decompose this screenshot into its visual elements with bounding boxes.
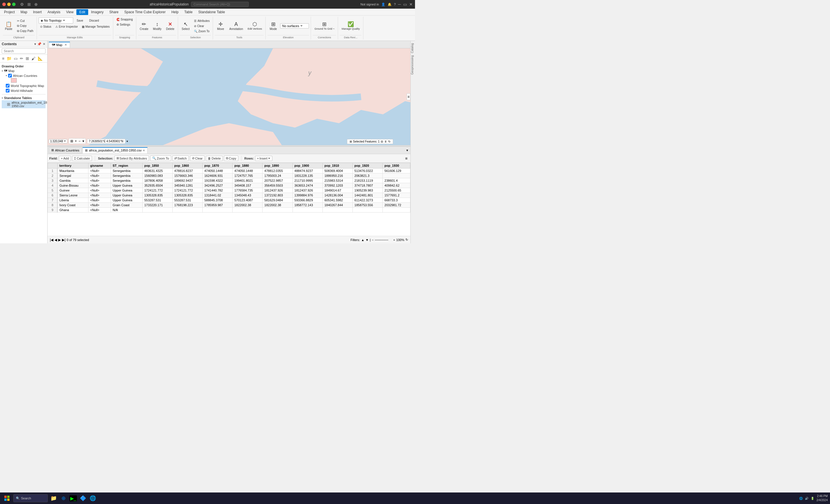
notification-icon[interactable]: 🔔 (388, 3, 392, 6)
table-row[interactable]: 6Sierra Leone<Null>Upper Guinea1305328.8… (48, 193, 410, 198)
table-row[interactable]: 5Guinee<Null>Upper Guinea1724121.7721724… (48, 188, 410, 193)
table-row[interactable]: 1Mauritania<Null>Senegambia483631.432547… (48, 168, 410, 173)
minimize-btn[interactable] (7, 3, 11, 6)
folder-btn[interactable]: 📁 (6, 56, 12, 61)
table-zoom-to-button[interactable]: 🔍 Zoom To (150, 156, 171, 161)
list-view-btn[interactable]: ≡ (1, 56, 5, 61)
zoom-decrease-btn[interactable]: − (372, 238, 374, 242)
close-btn[interactable] (2, 3, 6, 6)
first-row-btn[interactable]: |◀ (50, 238, 53, 242)
menu-table[interactable]: Table (181, 9, 195, 15)
insert-button[interactable]: + Insert (255, 156, 272, 161)
window-controls[interactable] (2, 3, 15, 6)
grid-btn[interactable]: ⊞ (25, 56, 30, 61)
sidebar-close-icon[interactable]: ✕ (43, 42, 45, 46)
catalog-panel-label[interactable]: Catalog (411, 43, 415, 53)
african-countries-checkbox[interactable] (8, 74, 12, 77)
col-header-pop1880[interactable]: pop_1880 (232, 163, 262, 168)
coord-dropdown-arrow[interactable]: ▾ (127, 140, 128, 143)
close-window-btn[interactable]: ✕ (409, 2, 413, 7)
world-topo-checkbox[interactable] (6, 84, 9, 88)
geoprocessing-label[interactable]: Geoprocessing (411, 55, 415, 75)
table-row[interactable]: 2Senegal<Null>Senegambia1560983.08315766… (48, 173, 410, 178)
delete-button[interactable]: ✕ Delete (164, 17, 176, 35)
table-clear-button[interactable]: ⊘ Clear (190, 156, 204, 161)
standalone-csv-item[interactable]: ⊞ africa_population_est_1850-1950.csv (2, 100, 45, 108)
topology-dropdown[interactable]: ◈ No Topology (39, 17, 73, 24)
menu-edit[interactable]: Edit (76, 9, 88, 15)
switch-button[interactable]: ⇄ Switch (172, 156, 189, 161)
nav-zoom-out[interactable]: − (78, 139, 81, 143)
menu-standalone-table[interactable]: Standalone Table (195, 9, 228, 15)
next-row-btn[interactable]: ▶ (58, 238, 61, 242)
col-header-pop1870[interactable]: pop_1870 (202, 163, 232, 168)
table-copy-button[interactable]: ⧉ Copy (224, 156, 238, 161)
sidebar-pin-icon[interactable]: 📌 (37, 42, 41, 46)
snapping-button[interactable]: 🧲 Snapping (115, 17, 134, 22)
filter-down-btn[interactable]: ▼ (365, 238, 369, 242)
col-header-gisname[interactable]: gisname (89, 163, 111, 168)
selected-refresh-icon[interactable]: ↻ (388, 140, 390, 143)
modify-button[interactable]: ↕ Modify (151, 17, 163, 35)
prev-row-btn[interactable]: ◀ (55, 238, 57, 242)
table-content[interactable]: territory gisname ST_region pop_1850 pop… (47, 163, 410, 236)
table-row[interactable]: 7Liberia<Null>Upper Guinea553287.5315532… (48, 198, 410, 203)
map-expand-right[interactable]: ≡ (407, 93, 410, 100)
annotation-button[interactable]: A Annotation (227, 17, 245, 35)
help-icon[interactable]: ? (394, 3, 396, 6)
polygon-tool-btn[interactable]: ▭ (13, 56, 19, 61)
map-tab[interactable]: 🗺 Map ✕ (49, 42, 70, 47)
menu-imagery[interactable]: Imagery (88, 9, 106, 15)
nav-zoom-in[interactable]: + (74, 139, 77, 143)
zoom-increase-btn[interactable]: + (393, 238, 395, 242)
tab-population-csv[interactable]: ⊞ africa_population_est_1850-1950.csv ✕ (83, 147, 148, 154)
selected-filter-icon[interactable]: ⊟ (381, 140, 383, 143)
manage-templates-button[interactable]: ▦ Manage Templates (81, 25, 111, 29)
maximize-btn[interactable] (12, 3, 15, 6)
nav-full-extent[interactable]: ⊞ (70, 139, 74, 143)
col-header-pop1860[interactable]: pop_1860 (172, 163, 202, 168)
mode-button[interactable]: ⊞ Mode (267, 21, 279, 32)
refresh-btn[interactable]: ↻ (406, 238, 408, 242)
table-row[interactable]: 8Ivory Coast<Null>Grain Coast1733220.171… (48, 203, 410, 208)
select-button[interactable]: ↖ Select (180, 17, 191, 35)
calculate-button[interactable]: Σ Calculate (72, 156, 92, 161)
layer-map[interactable]: ▾ 🗺 Map (2, 69, 45, 73)
col-header-pop1850[interactable]: pop_1850 (142, 163, 172, 168)
nav-more[interactable]: ▾ (82, 139, 85, 143)
zoom-slider[interactable]: ────── (375, 238, 392, 242)
measure-btn[interactable]: 📐 (37, 56, 43, 61)
ground-to-grid-button[interactable]: ⊞ Ground To Grid ~ (313, 17, 336, 35)
menu-share[interactable]: Share (106, 9, 121, 15)
menu-help[interactable]: Help (168, 9, 182, 15)
move-button[interactable]: ✛ Move (215, 17, 226, 35)
map-tab-close[interactable]: ✕ (65, 43, 67, 46)
select-by-attributes-button[interactable]: ⊞ Select By Attributes (115, 156, 149, 161)
tab-african-countries[interactable]: ⊞ African Countries (49, 147, 82, 153)
world-hillshade-checkbox[interactable] (6, 89, 9, 93)
paste-button[interactable]: 📋 Paste (3, 17, 14, 35)
standalone-tables-header[interactable]: ▾ Standalone Tables (2, 96, 45, 100)
discard-button[interactable]: Discard (87, 18, 102, 23)
selected-pause-icon[interactable]: ⏸ (384, 140, 387, 143)
surface-dropdown[interactable]: No surfaces (280, 23, 309, 29)
create-button[interactable]: ✏ Create (138, 17, 150, 35)
map-canvas[interactable]: y 1:320,048 ⊞ + − ▾ 7.2630501°E 4.543590… (47, 48, 410, 145)
menu-view[interactable]: View (63, 9, 76, 15)
table-row[interactable]: 3Gambia<Null>Senegambia187806.4058189692… (48, 178, 410, 183)
attributes-button[interactable]: ☰ Attributes (193, 19, 211, 23)
paint-btn[interactable]: 🖌 (31, 56, 36, 61)
menu-space-time[interactable]: Space Time Cube Explorer (121, 9, 168, 15)
layer-world-hillshade[interactable]: World Hillshade (6, 88, 45, 93)
col-header-st-region[interactable]: ST_region (111, 163, 142, 168)
add-field-button[interactable]: + Add (59, 156, 71, 161)
minimize-window-btn[interactable]: ─ (398, 2, 401, 7)
manage-quality-button[interactable]: ✅ Manage Quality (340, 17, 361, 35)
edit-vertices-button[interactable]: ⬡ Edit Vertices (246, 17, 264, 35)
last-row-btn[interactable]: ▶| (62, 238, 65, 242)
menu-insert[interactable]: Insert (30, 9, 45, 15)
col-header-pop1930[interactable]: pop_1930 (383, 163, 410, 168)
status-button[interactable]: ⊙ Status (39, 25, 53, 29)
table-row[interactable]: 9Ghana<Null>N/A (48, 208, 410, 212)
col-header-pop1910[interactable]: pop_1910 (322, 163, 352, 168)
